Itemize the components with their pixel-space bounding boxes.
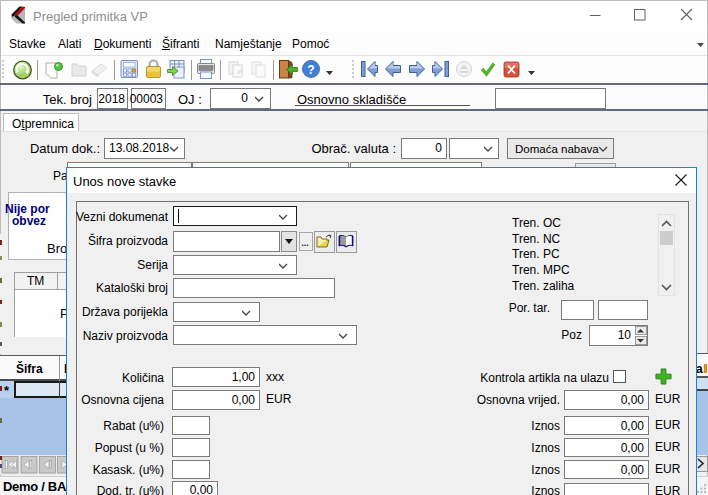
svg-text:?: ? <box>307 63 314 77</box>
